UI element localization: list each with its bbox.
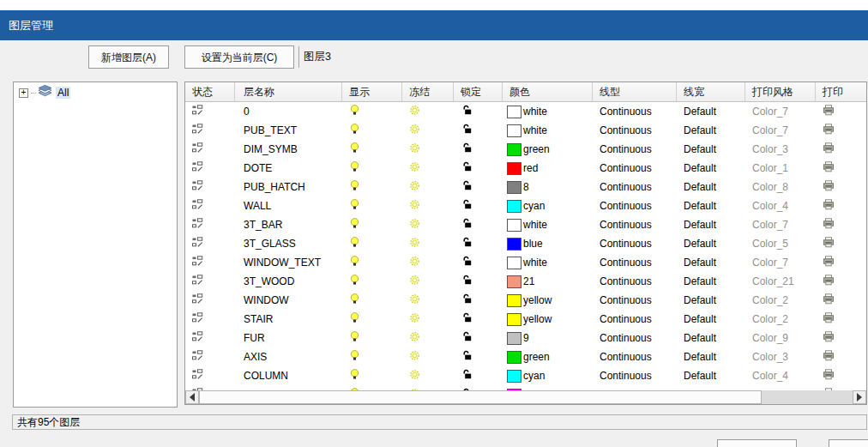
color-swatch[interactable] (507, 124, 521, 137)
table-row[interactable]: DIM_SYMB (185, 140, 866, 159)
print-cell[interactable] (816, 366, 866, 385)
color-swatch[interactable] (507, 181, 521, 194)
lightbulb-on-icon[interactable] (349, 331, 360, 345)
print-cell[interactable] (816, 121, 866, 140)
lightbulb-on-icon[interactable] (349, 237, 360, 251)
sun-icon[interactable] (409, 124, 420, 137)
show-cell[interactable] (342, 215, 402, 234)
show-cell[interactable] (342, 291, 402, 310)
print-cell[interactable] (816, 291, 866, 310)
plot-style-cell[interactable]: Color_9 (745, 329, 816, 347)
sun-icon[interactable] (409, 256, 420, 269)
layer-name-cell[interactable]: 3T_BAR (235, 215, 342, 234)
show-cell[interactable] (342, 347, 402, 366)
color-cell[interactable]: white (503, 102, 593, 121)
lock-cell[interactable] (454, 215, 503, 234)
scroll-left-button[interactable] (185, 390, 199, 404)
freeze-cell[interactable] (402, 140, 454, 159)
print-cell[interactable] (816, 234, 866, 253)
show-cell[interactable] (342, 140, 402, 159)
layer-name-cell[interactable]: AXIS (235, 347, 342, 366)
linetype-cell[interactable]: Continuous (593, 178, 677, 196)
freeze-cell[interactable] (402, 366, 454, 385)
show-cell[interactable] (342, 329, 402, 347)
freeze-cell[interactable] (402, 159, 454, 178)
lock-cell[interactable] (454, 310, 503, 329)
sun-icon[interactable] (409, 350, 420, 364)
color-cell[interactable]: yellow (503, 291, 593, 310)
printer-icon[interactable] (823, 142, 835, 156)
plot-style-cell[interactable]: Color_4 (745, 366, 816, 385)
printer-icon[interactable] (823, 237, 835, 251)
linetype-cell[interactable]: Continuous (593, 253, 677, 272)
lineweight-cell[interactable]: Default (677, 347, 745, 366)
layer-name-cell[interactable]: WINDOW (235, 291, 342, 310)
color-cell[interactable]: white (503, 253, 593, 272)
table-row[interactable]: 3T_BAR (185, 215, 866, 234)
print-cell[interactable] (816, 102, 866, 121)
lock-cell[interactable] (454, 140, 503, 159)
freeze-cell[interactable] (402, 329, 454, 347)
lineweight-cell[interactable]: Default (677, 140, 745, 159)
printer-icon[interactable] (823, 180, 835, 194)
show-cell[interactable] (342, 159, 402, 178)
plot-style-cell[interactable]: Color_7 (745, 121, 816, 140)
layer-name-cell[interactable]: FUR (235, 329, 342, 347)
open-padlock-icon[interactable] (461, 237, 473, 251)
freeze-cell[interactable] (402, 310, 454, 329)
show-cell[interactable] (342, 272, 402, 291)
sun-icon[interactable] (409, 293, 420, 307)
printer-icon[interactable] (823, 124, 835, 137)
color-swatch[interactable] (507, 238, 521, 251)
sun-icon[interactable] (409, 275, 420, 288)
lineweight-cell[interactable]: Default (677, 215, 745, 234)
tree-item-all[interactable]: All (19, 86, 70, 100)
linetype-cell[interactable]: Continuous (593, 196, 677, 215)
lock-cell[interactable] (454, 159, 503, 178)
color-cell[interactable]: green (503, 140, 593, 159)
new-layer-button[interactable]: 新增图层(A) (88, 45, 169, 69)
lineweight-cell[interactable]: Default (677, 329, 745, 347)
open-padlock-icon[interactable] (461, 350, 473, 364)
show-cell[interactable] (342, 178, 402, 196)
table-row[interactable]: PUB_TEXT (185, 121, 866, 140)
color-cell[interactable]: white (503, 121, 593, 140)
color-cell[interactable]: 8 (503, 178, 593, 196)
lock-cell[interactable] (454, 291, 503, 310)
layer-name-cell[interactable]: DOTE (235, 159, 342, 178)
linetype-cell[interactable]: Continuous (593, 347, 677, 366)
layer-name-cell[interactable]: WINDOW_TEXT (235, 253, 342, 272)
plot-style-cell[interactable]: Color_3 (745, 347, 816, 366)
layer-name-cell[interactable]: 0 (235, 102, 342, 121)
table-row[interactable]: 0 (185, 102, 866, 121)
freeze-cell[interactable] (402, 196, 454, 215)
layer-name-cell[interactable]: STAIR (235, 310, 342, 329)
color-cell[interactable]: yellow (503, 310, 593, 329)
color-cell[interactable]: red (503, 159, 593, 178)
lightbulb-on-icon[interactable] (349, 218, 360, 232)
lock-cell[interactable] (454, 102, 503, 121)
linetype-cell[interactable]: Continuous (593, 140, 677, 159)
plot-style-cell[interactable]: Color_2 (745, 310, 816, 329)
lock-cell[interactable] (454, 329, 503, 347)
linetype-cell[interactable]: Continuous (593, 234, 677, 253)
lightbulb-on-icon[interactable] (349, 256, 360, 269)
table-row[interactable]: WINDOW (185, 291, 866, 310)
printer-icon[interactable] (823, 350, 835, 364)
open-padlock-icon[interactable] (461, 105, 473, 118)
open-padlock-icon[interactable] (461, 275, 473, 288)
table-row[interactable]: DOTE (185, 159, 866, 178)
horizontal-scrollbar[interactable] (185, 390, 866, 404)
printer-icon[interactable] (823, 312, 835, 326)
color-swatch[interactable] (507, 370, 521, 383)
color-swatch[interactable] (507, 106, 521, 118)
lineweight-cell[interactable]: Default (677, 291, 745, 310)
table-row[interactable]: 3T_GLASS (185, 234, 866, 253)
printer-icon[interactable] (823, 161, 835, 175)
lightbulb-on-icon[interactable] (349, 312, 360, 326)
linetype-cell[interactable]: Continuous (593, 121, 677, 140)
lock-cell[interactable] (454, 366, 503, 385)
color-cell[interactable]: green (503, 347, 593, 366)
color-swatch[interactable] (507, 257, 521, 269)
table-row[interactable]: FUR (185, 329, 866, 347)
